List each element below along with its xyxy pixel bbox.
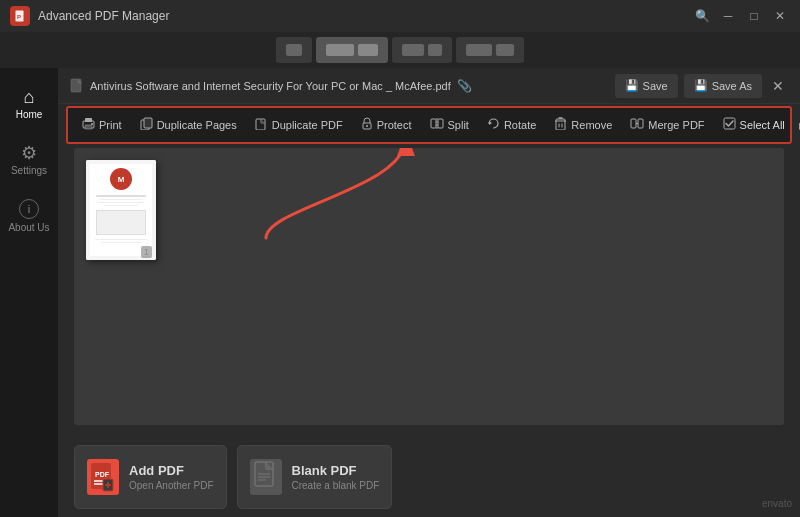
title-bar-controls: 🔍 ─ □ ✕ [692, 6, 790, 26]
tab-3[interactable] [392, 37, 452, 63]
app-title: Advanced PDF Manager [38, 9, 169, 23]
sidebar-item-about[interactable]: i About Us [4, 190, 54, 242]
duplicate-pages-label: Duplicate Pages [157, 119, 237, 131]
rotate-icon [487, 117, 500, 133]
sidebar-settings-label: Settings [11, 165, 47, 176]
lock-icon [361, 117, 373, 133]
pdf-file-icon [70, 78, 84, 94]
file-actions: 💾 Save 💾 Save As ✕ [615, 74, 788, 98]
duplicate-pdf-label: Duplicate PDF [272, 119, 343, 131]
rotate-button[interactable]: Rotate [479, 110, 544, 140]
save-icon: 💾 [625, 79, 639, 92]
select-all-icon [723, 117, 736, 133]
save-button[interactable]: 💾 Save [615, 74, 678, 98]
remove-icon [554, 117, 567, 133]
file-attach-icon: 📎 [457, 79, 472, 93]
save-as-button[interactable]: 💾 Save As [684, 74, 762, 98]
close-button[interactable]: ✕ [770, 6, 790, 26]
split-icon [430, 117, 444, 133]
file-close-button[interactable]: ✕ [768, 76, 788, 96]
svg-rect-15 [431, 119, 436, 128]
merge-pdf-label: Merge PDF [648, 119, 704, 131]
title-bar-left: P Advanced PDF Manager [10, 6, 169, 26]
page-number: 1 [141, 246, 152, 258]
title-bar: P Advanced PDF Manager 🔍 ─ □ ✕ [0, 0, 800, 32]
blank-pdf-text: Blank PDF Create a blank PDF [292, 463, 380, 491]
svg-rect-24 [631, 119, 636, 128]
blank-pdf-card[interactable]: Blank PDF Create a blank PDF [237, 445, 393, 509]
svg-rect-7 [85, 125, 92, 129]
select-all-label: Select All [740, 119, 785, 131]
main-layout: ⌂ Home ⚙ Settings i About Us Antivirus S… [0, 68, 800, 517]
duplicate-pdf-icon [255, 117, 268, 133]
svg-text:P: P [17, 14, 21, 20]
tab-bar [0, 32, 800, 68]
remove-label: Remove [571, 119, 612, 131]
svg-rect-16 [438, 119, 443, 128]
pdf-logo: M [110, 168, 132, 190]
svg-text:PDF: PDF [95, 471, 110, 478]
tab-4[interactable] [456, 37, 524, 63]
sidebar-item-home[interactable]: ⌂ Home [4, 78, 54, 130]
filename-text: Antivirus Software and Internet Security… [90, 80, 451, 92]
select-all-button[interactable]: Select All [715, 110, 793, 140]
toolbar: Print Duplicate Pages Duplicate PDF Prot… [66, 106, 792, 144]
split-label: Split [448, 119, 469, 131]
minimize-button[interactable]: ─ [718, 6, 738, 26]
add-pdf-text: Add PDF Open Another PDF [129, 463, 214, 491]
content-area: Antivirus Software and Internet Security… [58, 68, 800, 517]
svg-point-8 [91, 123, 93, 125]
file-header: Antivirus Software and Internet Security… [58, 68, 800, 104]
svg-rect-10 [144, 118, 152, 128]
remove-button[interactable]: Remove [546, 110, 620, 140]
maximize-button[interactable]: □ [744, 6, 764, 26]
print-button[interactable]: Print [74, 110, 130, 140]
add-pdf-title: Add PDF [129, 463, 214, 478]
duplicate-pages-icon [140, 117, 153, 133]
file-name: Antivirus Software and Internet Security… [70, 78, 472, 94]
sidebar-home-label: Home [16, 109, 43, 120]
tab-1[interactable] [276, 37, 312, 63]
app-icon: P [10, 6, 30, 26]
add-pdf-subtitle: Open Another PDF [129, 480, 214, 491]
home-icon: ⌂ [24, 88, 35, 106]
split-button[interactable]: Split [422, 110, 477, 140]
print-label: Print [99, 119, 122, 131]
duplicate-pages-button[interactable]: Duplicate Pages [132, 110, 245, 140]
pdf-canvas: M 1 [74, 148, 784, 425]
sidebar: ⌂ Home ⚙ Settings i About Us [0, 68, 58, 517]
protect-button[interactable]: Protect [353, 110, 420, 140]
settings-icon: ⚙ [21, 144, 37, 162]
blank-pdf-subtitle: Create a blank PDF [292, 480, 380, 491]
add-pdf-icon: PDF [87, 459, 119, 495]
sidebar-about-label: About Us [8, 222, 49, 233]
save-as-icon: 💾 [694, 79, 708, 92]
search-button[interactable]: 🔍 [692, 6, 712, 26]
pdf-page-1[interactable]: M 1 [86, 160, 156, 260]
svg-rect-25 [638, 119, 643, 128]
blank-pdf-title: Blank PDF [292, 463, 380, 478]
svg-marker-18 [489, 121, 492, 125]
svg-rect-6 [85, 118, 92, 122]
svg-rect-11 [256, 119, 265, 130]
bottom-actions: PDF Add PDF Open Another PDF [58, 437, 800, 517]
rotate-label: Rotate [504, 119, 536, 131]
svg-point-14 [366, 125, 368, 127]
merge-pdf-button[interactable]: Merge PDF [622, 110, 712, 140]
blank-pdf-icon [250, 459, 282, 495]
toolbar-more-button[interactable]: ▸ [795, 117, 800, 133]
merge-icon [630, 117, 644, 133]
sidebar-item-settings[interactable]: ⚙ Settings [4, 134, 54, 186]
add-pdf-card[interactable]: PDF Add PDF Open Another PDF [74, 445, 227, 509]
print-icon [82, 117, 95, 133]
info-icon: i [19, 199, 39, 219]
protect-label: Protect [377, 119, 412, 131]
tab-2[interactable] [316, 37, 388, 63]
duplicate-pdf-button[interactable]: Duplicate PDF [247, 110, 351, 140]
